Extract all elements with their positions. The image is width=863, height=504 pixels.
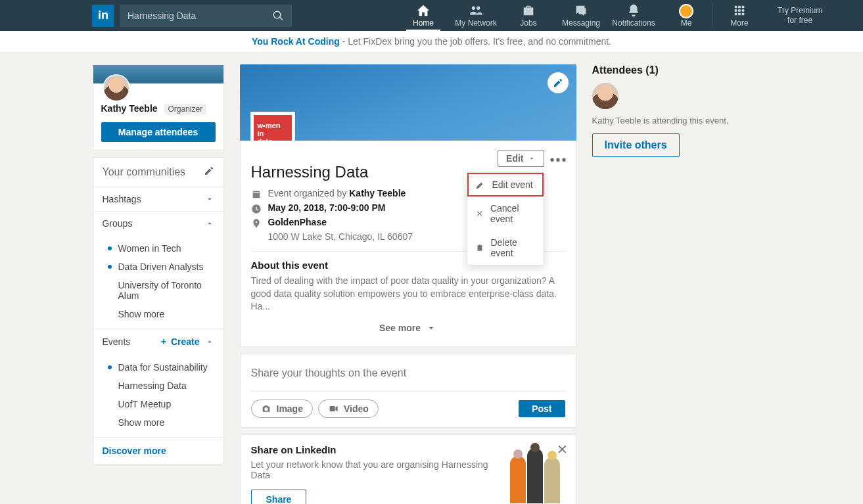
events-row[interactable]: Events ＋ Create [93,329,223,354]
groups-list: Women in Tech Data Driven Analysts Unive… [93,235,223,329]
chevron-up-icon [205,219,214,228]
list-item[interactable]: Harnessing Data [93,377,223,395]
share-prompt[interactable]: Share your thoughts on the event [251,363,565,392]
promo-bar: You Rock At Coding - Let FixDex bring yo… [0,31,863,53]
event-hero: w▪men in data [240,64,576,141]
top-nav: in Home My Network Jobs Messaging Notifi… [0,0,863,31]
share-on-title: Share on LinkedIn [251,444,498,455]
discover-more-link[interactable]: Discover more [93,437,223,464]
chevron-down-icon [426,323,436,333]
edit-dropdown-menu: Edit event Cancel event Delete event [467,172,544,265]
caret-down-icon [528,154,536,162]
edit-cover-button[interactable] [548,72,569,93]
post-button[interactable]: Post [519,400,565,417]
calendar-icon [251,189,262,200]
about-text: Tired of dealing with the impact of poor… [251,275,565,313]
attendee-avatar[interactable] [592,83,618,109]
list-item[interactable]: University of Toronto Alum [93,276,223,305]
search-input[interactable] [120,5,292,27]
overflow-menu-icon[interactable]: ••• [549,152,567,168]
avatar-icon [679,4,693,18]
event-card: w▪men in data Edit ••• Edit event Can [240,64,576,347]
list-item[interactable]: Data for Sustainability [93,358,223,377]
nav-messaging-label: Messaging [562,18,600,28]
organizer-card: Kathy Teeble Organizer Manage attendees [93,64,224,150]
nav-more[interactable]: More [713,0,766,31]
pencil-icon [475,179,486,190]
trash-icon [475,242,484,253]
try-premium-link[interactable]: Try Premium for free [766,6,834,25]
search-icon[interactable] [272,10,284,24]
list-item[interactable]: Women in Tech [93,239,223,258]
nav-jobs-label: Jobs [520,18,536,28]
organizer-badge: Organizer [164,104,207,114]
delete-event-item[interactable]: Delete event [467,231,544,265]
edit-event-item[interactable]: Edit event [467,173,544,196]
x-icon [475,208,484,219]
nav-jobs[interactable]: Jobs [502,0,555,31]
nav-home[interactable]: Home [397,0,450,31]
close-icon[interactable]: ✕ [557,442,568,457]
see-more-button[interactable]: See more [251,313,565,336]
nav-messaging[interactable]: Messaging [555,0,607,31]
show-more-events[interactable]: Show more [93,413,223,432]
share-on-linkedin-card: Share on LinkedIn Let your network know … [240,434,576,504]
clock-icon [251,204,262,214]
communities-header: Your communities [103,166,186,178]
attendees-panel: Attendees (1) Kathy Teeble is attending … [592,64,771,504]
organizer-name: Kathy Teeble [101,103,158,114]
groups-row[interactable]: Groups [93,211,223,235]
share-on-body: Let your network know that you are organ… [251,459,498,480]
chevron-down-icon [205,195,214,204]
linkedin-logo[interactable]: in [92,5,114,27]
show-more-groups[interactable]: Show more [93,305,223,323]
share-thoughts-card: Share your thoughts on the event Image V… [240,354,576,428]
nav-more-label: More [730,18,748,28]
video-button[interactable]: Video [318,400,379,418]
share-button[interactable]: Share [251,490,307,504]
cancel-event-item[interactable]: Cancel event [467,196,544,231]
manage-attendees-button[interactable]: Manage attendees [101,122,216,142]
list-item[interactable]: UofT Meetup [93,395,223,413]
communities-card: Your communities Hashtags Groups Women i… [93,157,224,465]
nav-notifications-label: Notifications [612,18,655,28]
camera-icon [261,403,271,414]
edit-communities-icon[interactable] [204,166,214,179]
chevron-up-icon [205,337,214,346]
nav-network[interactable]: My Network [450,0,502,31]
pin-icon [251,218,262,229]
events-list: Data for Sustainability Harnessing Data … [93,354,223,437]
nav-notifications[interactable]: Notifications [607,0,660,31]
nav-home-label: Home [413,18,434,28]
video-icon [328,403,338,414]
promo-text: - Let FixDex bring you the job offers. I… [340,36,611,47]
invite-others-button[interactable]: Invite others [592,133,680,157]
nav-network-label: My Network [455,18,496,28]
nav-me-label: Me [681,18,692,28]
attendees-header: Attendees (1) [592,64,771,76]
create-event-link[interactable]: ＋ Create [159,336,200,348]
edit-dropdown-button[interactable]: Edit [498,150,544,167]
image-button[interactable]: Image [251,400,313,418]
organizer-avatar[interactable] [103,74,130,102]
nav-me[interactable]: Me [660,0,712,31]
promo-link[interactable]: You Rock At Coding [252,36,340,47]
list-item[interactable]: Data Driven Analysts [93,258,223,276]
hashtags-row[interactable]: Hashtags [93,187,223,211]
attendee-text: Kathy Teeble is attending this event. [592,116,771,126]
